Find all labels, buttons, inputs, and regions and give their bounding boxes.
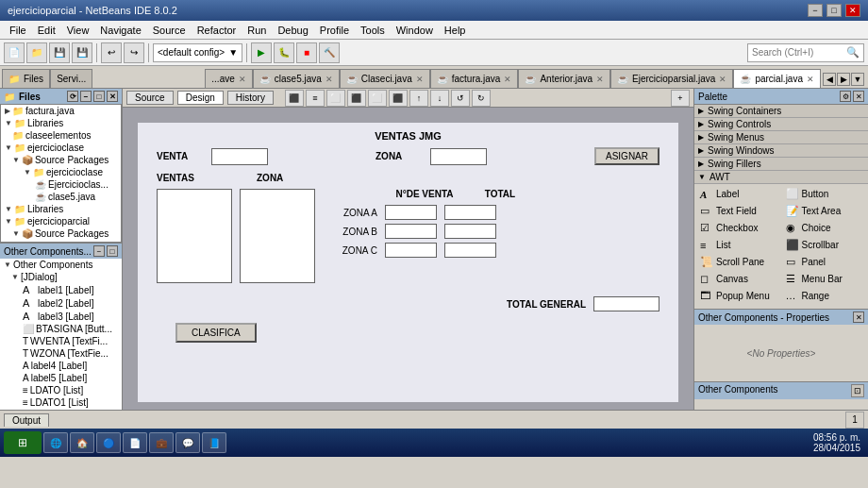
menu-profile[interactable]: Profile <box>314 23 355 38</box>
tab-prev-button[interactable]: ◀ <box>823 73 836 86</box>
toolbar-new[interactable]: 📄 <box>4 42 25 63</box>
toolbar-debug[interactable]: 🐛 <box>274 42 294 63</box>
other-ldato1[interactable]: ≡ LDATO1 [List] <box>0 396 122 409</box>
tree-factura[interactable]: ▶ 📁 factura.java <box>1 105 121 117</box>
other-label6[interactable]: A label6 [Label] <box>0 409 122 410</box>
toolbar-run[interactable]: ▶ <box>251 42 272 63</box>
menu-navigate[interactable]: Navigate <box>94 23 146 38</box>
tab-factura[interactable]: ☕ factura.java ✕ <box>430 69 519 88</box>
menu-view[interactable]: View <box>61 23 95 38</box>
search-box[interactable]: 🔍 <box>747 43 864 62</box>
design-toolbar-btn-9[interactable]: ↺ <box>451 90 470 107</box>
tree-ejercicioclase[interactable]: ▼ 📁 ejercicioclase <box>1 142 121 154</box>
palette-section-swing-controls[interactable]: ▶ Swing Controls <box>694 118 868 131</box>
zona-c-total-input[interactable] <box>444 243 496 258</box>
tab-files[interactable]: 📁 Files <box>2 69 50 88</box>
other-comp-min[interactable]: − <box>93 245 105 257</box>
config-dropdown[interactable]: <default config> ▼ <box>153 43 242 62</box>
tab-parcial[interactable]: ☕ parcial.java ✕ <box>733 69 821 88</box>
tree-ejercicioparcial[interactable]: ▼ 📁 ejercicioparcial <box>1 215 121 227</box>
toolbar-open[interactable]: 📁 <box>26 42 47 63</box>
other-ldato[interactable]: ≡ LDATO [List] <box>0 384 122 396</box>
taskbar-ie[interactable]: 🌐 <box>43 432 68 453</box>
taskbar-app2[interactable]: 📄 <box>123 432 147 453</box>
tab-menu-button[interactable]: ▼ <box>851 73 864 86</box>
tab-ave-close[interactable]: ✕ <box>239 75 246 84</box>
tab-next-button[interactable]: ▶ <box>837 73 850 86</box>
taskbar-app5[interactable]: 📘 <box>202 432 226 453</box>
design-toolbar-btn-10[interactable]: ↻ <box>472 90 491 107</box>
output-tab[interactable]: Output <box>4 413 49 427</box>
files-max-button[interactable]: □ <box>93 91 105 102</box>
design-toolbar-btn-1[interactable]: ⬛ <box>285 90 304 107</box>
tab-anterior-close[interactable]: ✕ <box>596 75 604 84</box>
zona-a-total-input[interactable] <box>444 205 496 220</box>
taskbar-app4[interactable]: 💬 <box>175 432 200 453</box>
asignar-button[interactable]: ASIGNAR <box>594 147 659 165</box>
taskbar-app1[interactable]: 🔵 <box>96 432 121 453</box>
tab-factura-close[interactable]: ✕ <box>504 75 511 84</box>
palette-range-item[interactable]: … Range <box>782 288 867 303</box>
design-toolbar-btn-5[interactable]: ⬜ <box>368 90 387 107</box>
zona-b-nventa-input[interactable] <box>385 224 437 239</box>
other-label5[interactable]: A label5 [Label] <box>0 372 122 384</box>
menu-file[interactable]: File <box>4 23 32 38</box>
tree-ejercicioclase-pkg[interactable]: ▼ 📁 ejercicioclase <box>1 166 121 178</box>
palette-panel-item[interactable]: ▭ Panel <box>782 254 867 270</box>
menu-edit[interactable]: Edit <box>32 23 61 38</box>
tree-libraries-1[interactable]: ▼ 📁 Libraries <box>1 117 121 129</box>
files-sync-button[interactable]: ⟳ <box>67 91 78 102</box>
other-other-components[interactable]: ▼ Other Components <box>0 259 122 271</box>
tree-clase5[interactable]: ☕ clase5.java <box>1 191 121 203</box>
maximize-button[interactable]: □ <box>826 4 842 17</box>
palette-textarea-item[interactable]: 📝 Text Area <box>782 203 867 219</box>
tree-source-packages-2[interactable]: ▼ 📦 Source Packages <box>1 227 121 240</box>
palette-textfield-item[interactable]: ▭ Text Field <box>696 203 781 219</box>
sub-tab-design[interactable]: Design <box>177 91 224 105</box>
tab-servi[interactable]: Servi... <box>50 69 92 88</box>
menu-tools[interactable]: Tools <box>355 23 391 38</box>
tab-clase5[interactable]: ☕ clase5.java ✕ <box>253 69 340 88</box>
palette-menubar-item[interactable]: ☰ Menu Bar <box>782 271 867 287</box>
tab-ejercicio-close[interactable]: ✕ <box>719 75 726 84</box>
tree-claseelementos[interactable]: 📁 claseelementos <box>1 129 121 142</box>
files-min-button[interactable]: − <box>80 91 92 102</box>
total-general-input[interactable] <box>593 296 659 311</box>
palette-list-item[interactable]: ≡ List <box>696 237 781 253</box>
menu-help[interactable]: Help <box>439 23 472 38</box>
other-label2[interactable]: A label2 [Label] <box>0 296 122 310</box>
design-expand-button[interactable]: + <box>671 90 690 107</box>
files-close-button[interactable]: ✕ <box>107 91 118 102</box>
taskbar-app3[interactable]: 💼 <box>149 432 174 453</box>
tab-clase5-close[interactable]: ✕ <box>326 75 333 84</box>
other-wzona[interactable]: T WZONA [TextFie... <box>0 347 122 360</box>
palette-scrollpane-item[interactable]: 📜 Scroll Pane <box>696 254 781 270</box>
other-btasigna[interactable]: ⬜ BTASIGNA [Butt... <box>0 323 122 335</box>
toolbar-back[interactable]: ↩ <box>101 42 122 63</box>
palette-section-swing-menus[interactable]: ▶ Swing Menus <box>694 131 868 144</box>
palette-section-swing-fillers[interactable]: ▶ Swing Fillers <box>694 158 868 171</box>
other-label1[interactable]: A label1 [Label] <box>0 283 122 296</box>
other-label3[interactable]: A label3 [Label] <box>0 310 122 323</box>
menu-debug[interactable]: Debug <box>272 23 313 38</box>
palette-section-swing-windows[interactable]: ▶ Swing Windows <box>694 144 868 158</box>
props-close-button[interactable]: ✕ <box>853 311 864 323</box>
menu-run[interactable]: Run <box>242 23 272 38</box>
other-wventa[interactable]: T WVENTA [TextFi... <box>0 335 122 347</box>
toolbar-save[interactable]: 💾 <box>49 42 70 63</box>
close-button[interactable]: ✕ <box>845 4 860 17</box>
palette-settings-button[interactable]: ⚙ <box>840 91 851 102</box>
palette-canvas-item[interactable]: ◻ Canvas <box>696 271 781 287</box>
search-input[interactable] <box>752 47 846 58</box>
minimize-button[interactable]: − <box>808 4 823 17</box>
taskbar-home[interactable]: 🏠 <box>70 432 94 453</box>
palette-button-item[interactable]: ⬜ Button <box>782 186 867 202</box>
tab-claseci-close[interactable]: ✕ <box>416 75 424 84</box>
menu-source[interactable]: Source <box>147 23 192 38</box>
ventas-list[interactable] <box>157 189 232 283</box>
menu-refactor[interactable]: Refactor <box>192 23 242 38</box>
toolbar-clean[interactable]: 🔨 <box>319 42 340 63</box>
clasifica-button[interactable]: CLASIFICA <box>175 323 257 343</box>
zona-list[interactable] <box>240 189 315 283</box>
zona-b-total-input[interactable] <box>444 224 496 239</box>
